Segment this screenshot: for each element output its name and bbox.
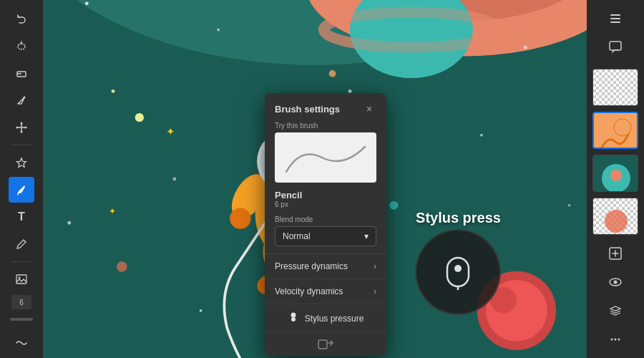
eye-icon[interactable] — [602, 269, 628, 295]
brush-icon[interactable] — [9, 177, 34, 203]
svg-text:✦: ✦ — [166, 126, 175, 137]
more-icon[interactable] — [602, 326, 628, 352]
svg-point-33 — [117, 261, 127, 272]
chat-icon[interactable] — [602, 34, 628, 60]
undo-icon[interactable] — [9, 6, 34, 32]
svg-rect-67 — [610, 42, 621, 50]
stylus-press-overlay: Stylus press — [415, 210, 501, 315]
svg-point-76 — [615, 339, 617, 341]
svg-rect-8 — [16, 275, 26, 284]
chevron-down-icon: ▾ — [364, 231, 369, 241]
svg-point-29 — [200, 309, 203, 312]
brush-name: Pencil — [275, 190, 376, 200]
svg-point-68 — [614, 119, 631, 136]
stylus-press-label: Stylus press — [416, 210, 501, 226]
try-brush-label: Try this brush — [265, 122, 386, 132]
right-bottom-icons — [602, 241, 628, 352]
svg-point-74 — [614, 281, 618, 284]
svg-point-70 — [610, 170, 622, 181]
svg-point-27 — [568, 204, 571, 207]
brush-preview-area — [275, 132, 376, 183]
stylus-icon — [288, 311, 299, 325]
space-scene: ✦ ✦ ✦ Stylus press Brush settings — [43, 0, 587, 358]
svg-point-28 — [67, 221, 71, 225]
svg-point-18 — [85, 1, 89, 5]
svg-point-4 — [21, 131, 23, 133]
svg-point-2 — [24, 97, 26, 99]
velocity-chevron-icon: › — [374, 286, 376, 296]
settings-icon[interactable] — [9, 355, 34, 358]
separator-1 — [11, 145, 32, 145]
svg-point-34 — [389, 201, 398, 210]
brush-name-area: Pencil 6 px — [265, 190, 386, 216]
panel-header: Brush settings × — [265, 93, 386, 122]
svg-point-26 — [524, 46, 527, 49]
blend-mode-label: Blend mode — [265, 216, 386, 226]
svg-rect-62 — [291, 317, 296, 321]
svg-rect-64 — [610, 14, 620, 16]
layers-icon[interactable] — [602, 298, 628, 324]
star-icon[interactable] — [9, 150, 34, 175]
svg-point-9 — [19, 277, 21, 279]
image-icon[interactable] — [9, 266, 34, 292]
footer-icon — [317, 339, 334, 350]
svg-point-31 — [135, 113, 144, 122]
svg-point-77 — [618, 339, 620, 341]
blend-mode-select[interactable]: Normal ▾ — [275, 226, 376, 246]
brush-preview-svg — [275, 132, 376, 183]
panel-title: Brush settings — [275, 104, 340, 115]
svg-point-6 — [25, 127, 27, 129]
text-icon[interactable]: T — [9, 204, 34, 230]
svg-point-3 — [21, 122, 23, 125]
layer-thumbnail-1[interactable] — [592, 69, 638, 106]
menu-icon[interactable] — [602, 6, 628, 32]
wave-icon[interactable] — [9, 329, 34, 355]
close-button[interactable]: × — [362, 102, 376, 116]
left-toolbar: T 6 — [0, 0, 43, 358]
svg-text:✦: ✦ — [109, 206, 116, 216]
svg-point-20 — [112, 90, 115, 93]
stylus-press-icon — [436, 254, 479, 290]
stylus-pressure-label: Stylus pressure — [305, 314, 364, 324]
svg-rect-66 — [610, 21, 620, 23]
pressure-dynamics-row[interactable]: Pressure dynamics › — [265, 253, 386, 279]
velocity-dynamics-label: Velocity dynamics — [275, 286, 343, 296]
svg-rect-65 — [610, 18, 620, 19]
eraser-icon[interactable] — [9, 60, 34, 86]
svg-point-32 — [329, 70, 336, 77]
svg-point-61 — [291, 313, 296, 318]
svg-marker-7 — [17, 158, 26, 168]
svg-point-21 — [217, 29, 220, 32]
canvas-area[interactable]: ✦ ✦ ✦ Stylus press Brush settings — [43, 0, 587, 358]
pressure-dynamics-label: Pressure dynamics — [275, 261, 348, 271]
panel-footer — [265, 332, 386, 356]
bottom-tool — [9, 329, 34, 358]
color-swatch[interactable] — [10, 318, 33, 321]
toolbar-top: T — [9, 6, 34, 292]
layer-thumbnail-2[interactable] — [592, 112, 638, 149]
lasso-icon[interactable] — [9, 33, 34, 59]
stylus-pressure-row[interactable]: Stylus pressure — [265, 304, 386, 332]
add-layer-icon[interactable] — [602, 241, 628, 266]
brush-size-badge[interactable]: 6 — [11, 295, 31, 309]
svg-point-24 — [172, 178, 176, 181]
svg-point-75 — [611, 339, 613, 341]
separator-2 — [11, 261, 32, 262]
svg-point-23 — [480, 134, 483, 137]
transform-icon[interactable] — [9, 115, 34, 140]
right-panel — [587, 0, 644, 358]
layer-thumbnail-3[interactable] — [592, 155, 638, 192]
pencil-icon[interactable] — [9, 231, 34, 257]
brush-size: 6 px — [275, 200, 376, 208]
svg-rect-60 — [279, 132, 372, 183]
svg-point-5 — [16, 127, 19, 129]
pen-icon[interactable] — [9, 87, 34, 113]
velocity-dynamics-row[interactable]: Velocity dynamics › — [265, 279, 386, 304]
svg-point-59 — [454, 265, 462, 272]
brush-size-area: 6 — [11, 295, 31, 309]
app-container: T 6 — [0, 0, 644, 358]
layer-thumbnail-4[interactable] — [592, 198, 638, 235]
svg-rect-63 — [318, 340, 327, 349]
svg-point-46 — [230, 208, 250, 228]
pressure-chevron-icon: › — [374, 261, 376, 271]
